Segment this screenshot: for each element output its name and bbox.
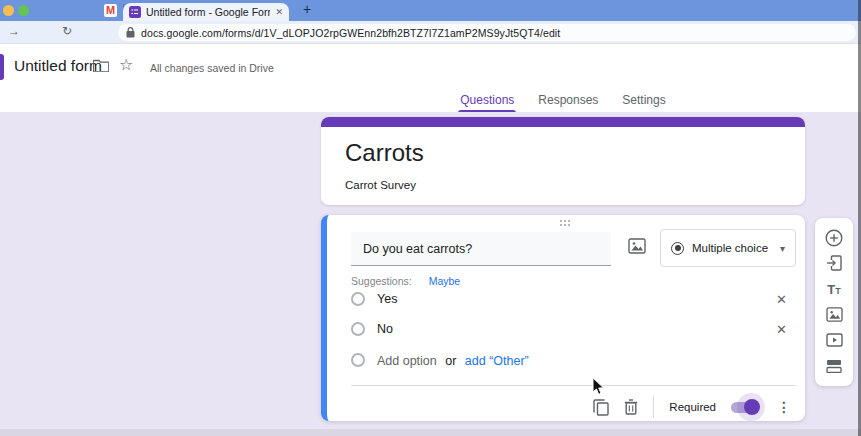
import-icon xyxy=(826,255,842,271)
tab-title: Untitled form - Google Forms xyxy=(146,6,270,18)
question-type-dropdown[interactable]: Multiple choice ▾ xyxy=(660,229,796,267)
browser-window: M Untitled form - Google Forms ✕ + → ↻ xyxy=(0,0,861,436)
address-bar[interactable]: docs.google.com/forms/d/1V_dLOPJO2rpGWEn… xyxy=(118,24,856,41)
browser-tabstrip: M Untitled form - Google Forms ✕ + xyxy=(0,0,861,21)
gmail-pinned-tab[interactable]: M xyxy=(104,4,117,17)
delete-button[interactable] xyxy=(624,399,638,415)
minimize-traffic-light[interactable] xyxy=(3,5,14,16)
save-status[interactable]: All changes saved in Drive xyxy=(150,62,274,74)
lock-icon xyxy=(126,27,135,38)
footer-divider xyxy=(351,385,796,386)
form-title[interactable]: Carrots xyxy=(345,139,424,167)
footer-separator xyxy=(653,396,654,418)
tab-questions[interactable]: Questions xyxy=(458,90,516,113)
form-nav-tabs: Questions Responses Settings xyxy=(321,90,805,112)
close-tab-icon[interactable]: ✕ xyxy=(275,7,283,17)
image-icon xyxy=(628,238,646,254)
drag-handle-icon[interactable] xyxy=(560,220,572,228)
option-row[interactable]: No ✕ xyxy=(351,314,787,344)
zoom-traffic-light[interactable] xyxy=(18,5,29,16)
tab-settings[interactable]: Settings xyxy=(620,90,667,113)
remove-option-icon[interactable]: ✕ xyxy=(776,292,787,307)
add-video-button[interactable] xyxy=(824,330,844,350)
question-footer-toolbar: Required ⋮ xyxy=(593,392,791,422)
multiple-choice-icon xyxy=(671,242,684,255)
section-icon xyxy=(826,359,842,373)
remove-option-icon[interactable]: ✕ xyxy=(776,322,787,337)
required-label: Required xyxy=(669,401,716,413)
radio-circle-icon xyxy=(351,292,365,306)
option-row[interactable]: Yes ✕ xyxy=(351,284,787,314)
add-section-button[interactable] xyxy=(824,356,844,376)
required-toggle[interactable] xyxy=(731,402,758,413)
import-questions-button[interactable] xyxy=(824,253,844,273)
active-browser-tab[interactable]: Untitled form - Google Forms ✕ xyxy=(123,3,289,21)
question-text-input[interactable] xyxy=(351,232,611,266)
url-text: docs.google.com/forms/d/1V_dLOPJO2rpGWEn… xyxy=(141,27,560,39)
add-other-link[interactable]: add “Other” xyxy=(465,354,529,368)
new-tab-button[interactable]: + xyxy=(303,1,311,17)
browser-toolbar: → ↻ docs.google.com/forms/d/1V_dLOPJO2rp… xyxy=(0,21,861,44)
forward-icon[interactable]: → xyxy=(8,24,20,38)
forms-app-header: Untitled form ☆ All changes saved in Dri… xyxy=(0,44,861,90)
option-label[interactable]: Yes xyxy=(377,292,764,306)
duplicate-button[interactable] xyxy=(593,399,609,416)
option-label[interactable]: No xyxy=(377,322,764,336)
add-title-description-button[interactable]: TT xyxy=(824,279,844,299)
mouse-cursor xyxy=(592,377,605,396)
form-description[interactable]: Carrot Survey xyxy=(345,179,416,191)
toggle-thumb xyxy=(744,399,760,415)
or-label: or xyxy=(445,354,456,368)
more-options-icon[interactable]: ⋮ xyxy=(777,399,791,415)
forms-logo-icon xyxy=(0,54,4,80)
question-type-label: Multiple choice xyxy=(692,242,772,254)
star-button[interactable]: ☆ xyxy=(119,55,133,74)
question-side-toolbar: TT xyxy=(815,218,853,386)
duplicate-icon xyxy=(593,399,609,416)
gmail-icon: M xyxy=(104,4,117,17)
form-name-title[interactable]: Untitled form xyxy=(14,57,102,75)
add-question-button[interactable] xyxy=(824,228,844,248)
form-header-card[interactable]: Carrots Carrot Survey xyxy=(321,117,805,205)
add-option-button[interactable]: Add option xyxy=(377,354,437,368)
radio-circle-icon xyxy=(351,353,365,367)
reload-icon[interactable]: ↻ xyxy=(62,24,72,38)
move-to-folder-button[interactable] xyxy=(93,58,109,76)
add-option-row: Add option or add “Other” xyxy=(351,345,787,375)
title-text-icon: TT xyxy=(827,282,840,297)
add-image-button[interactable] xyxy=(628,238,648,258)
question-card[interactable]: Multiple choice ▾ Suggestions: Maybe Yes… xyxy=(321,215,805,421)
content-bottom-shade xyxy=(0,429,861,436)
google-forms-favicon xyxy=(129,6,141,18)
video-icon xyxy=(826,333,843,347)
form-editor-canvas: Carrots Carrot Survey Multiple choice ▾ … xyxy=(0,112,861,436)
chevron-down-icon: ▾ xyxy=(780,243,785,254)
plus-circle-icon xyxy=(825,229,843,247)
add-image-toolbar-button[interactable] xyxy=(824,305,844,325)
radio-circle-icon xyxy=(351,322,365,336)
tab-responses[interactable]: Responses xyxy=(536,90,600,113)
form-theme-bar xyxy=(321,117,805,127)
image-icon xyxy=(826,307,843,322)
folder-icon xyxy=(93,59,109,72)
trash-icon xyxy=(624,399,638,415)
